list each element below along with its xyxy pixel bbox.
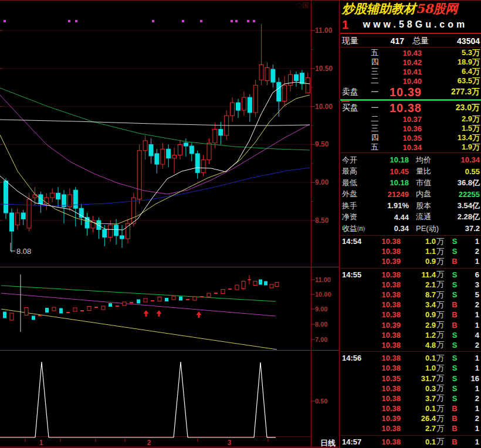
- trade-unit: 万: [436, 353, 446, 364]
- month-label: 2: [147, 439, 151, 447]
- trade-quantity: 2.7: [401, 424, 436, 433]
- price-axis-label: 10.00: [315, 103, 333, 111]
- candle: [15, 213, 19, 225]
- orderbook-row[interactable]: 四10.3513.4万: [342, 133, 480, 142]
- orderbook-price: 10.34: [382, 143, 422, 152]
- trade-price: 10.39: [368, 321, 401, 330]
- main-candles-pane: 8.08◇国: [0, 2, 311, 256]
- trade-quantity: 2.9: [401, 321, 436, 330]
- orderbook-row[interactable]: 三10.416.4万: [342, 67, 480, 76]
- trade-price: 10.38: [368, 280, 401, 289]
- orderbook-level: 二: [368, 76, 382, 86]
- candle: [277, 82, 281, 101]
- trade-count: 1: [463, 257, 480, 266]
- trade-row: 10.380.1万B1: [342, 403, 480, 413]
- candle: [131, 198, 136, 223]
- mini-candle-up: [172, 296, 175, 300]
- orderbook-row[interactable]: 五10.435.3万: [342, 48, 480, 57]
- trade-row: 14:5610.380.1万S1: [342, 353, 480, 363]
- candle: [172, 155, 177, 158]
- trade-price: 10.38: [368, 331, 401, 340]
- trade-side: S: [446, 237, 463, 246]
- sell-1-amount: 277.3万: [422, 87, 480, 97]
- candle: [137, 151, 141, 199]
- orderbook-row[interactable]: 五10.341.9万: [342, 142, 480, 152]
- site-url: www.58Gu.com: [351, 19, 479, 30]
- period-label: 日线: [320, 439, 336, 447]
- trade-unit: 万: [436, 423, 446, 434]
- candle: [114, 225, 118, 236]
- orderbook-price: 10.40: [382, 77, 422, 86]
- signal-dot: [75, 20, 77, 22]
- mini-candle-up: [270, 284, 273, 288]
- orderbook-row[interactable]: 二10.372.9万: [342, 114, 480, 124]
- stat-value: 21249: [375, 190, 409, 199]
- trade-count: 1: [463, 321, 480, 330]
- stock-app-window: 8.08◇国11.0010.5010.009.509.008.5011.0010…: [0, 0, 481, 448]
- stat-label: 内盘: [416, 189, 450, 199]
- trade-row: 10.384.8万S2: [342, 340, 480, 350]
- order-book: 五10.435.3万四10.4218.9万三10.416.4万二10.4063.…: [342, 48, 480, 152]
- divider: [340, 435, 481, 436]
- sell-1-price: 10.39: [382, 86, 422, 99]
- orderbook-price: 10.41: [382, 67, 422, 76]
- stat-label: 外盘: [342, 189, 375, 199]
- mini-candle-down: [59, 308, 63, 314]
- trade-count: 1: [463, 364, 480, 372]
- mini-candle-up: [158, 297, 161, 301]
- trade-side: S: [446, 280, 463, 289]
- trade-count: 2: [463, 414, 480, 423]
- mini-candle-up: [10, 313, 13, 320]
- mini-candle-down: [264, 281, 267, 286]
- trade-count: 1: [463, 354, 480, 362]
- sell-1-row[interactable]: 卖盘 一 10.39 277.3万: [342, 86, 480, 99]
- candle: [213, 129, 217, 142]
- mini-candle-down: [32, 316, 35, 320]
- stat-value: 4.44: [375, 213, 409, 222]
- corner-logo-glyphs: ◇国: [296, 2, 309, 9]
- signal-dot: [4, 20, 6, 22]
- orderbook-amount: 63.5万: [422, 76, 480, 86]
- candle: [248, 97, 252, 113]
- trade-side: B: [446, 257, 463, 266]
- mini-candle-up: [123, 302, 126, 306]
- trade-count: 16: [463, 374, 480, 383]
- trade-row: 10.3926.4万B2: [342, 413, 480, 423]
- trade-unit: 万: [436, 340, 446, 350]
- buy-1-row[interactable]: 买盘 一 10.38 23.0万: [342, 101, 480, 114]
- signal-dot: [200, 20, 202, 22]
- trade-row: 10.388.7万S5: [342, 290, 480, 300]
- trade-unit: 万: [436, 413, 446, 424]
- trade-unit: 万: [436, 236, 446, 247]
- divider: [340, 268, 481, 269]
- mini-candle-up: [253, 281, 257, 286]
- orderbook-row[interactable]: 三10.361.5万: [342, 124, 480, 133]
- trade-side: S: [446, 290, 463, 299]
- trade-side: S: [446, 394, 463, 403]
- stat-value: 0.55: [450, 167, 480, 176]
- stats-row: 今开10.18均价10.34: [342, 154, 480, 166]
- candle: [294, 74, 299, 80]
- mini-candle-up: [221, 290, 225, 294]
- brand-banner: 炒股辅助教材58股网: [342, 1, 480, 16]
- mini-candle-down: [259, 280, 262, 285]
- orderbook-row[interactable]: 二10.4063.5万: [342, 76, 480, 86]
- orderbook-row[interactable]: 四10.4218.9万: [342, 57, 480, 67]
- trade-side: S: [446, 364, 463, 372]
- trade-price: 10.35: [368, 374, 401, 383]
- candle: [184, 143, 188, 146]
- trade-price: 10.38: [368, 341, 401, 349]
- current-volume-label: 现量: [342, 36, 368, 46]
- trade-price: 10.38: [368, 404, 401, 413]
- stats-row: 换手1.91%股本3.54亿: [342, 200, 480, 212]
- quote-panel: 炒股辅助教材58股网 1 www.58Gu.com 现量 417 总量 4350…: [340, 0, 481, 448]
- trade-count: 1: [463, 384, 480, 393]
- orderbook-price: 10.37: [382, 115, 422, 124]
- indicator-axis-label: 9.00: [315, 306, 327, 313]
- trade-price: 10.39: [368, 257, 401, 266]
- candle: [289, 74, 293, 85]
- signal-spike: [174, 362, 188, 437]
- candle: [73, 190, 77, 208]
- trade-quantity: 2.1: [401, 280, 436, 289]
- trade-row: 10.383.4万B2: [342, 300, 480, 310]
